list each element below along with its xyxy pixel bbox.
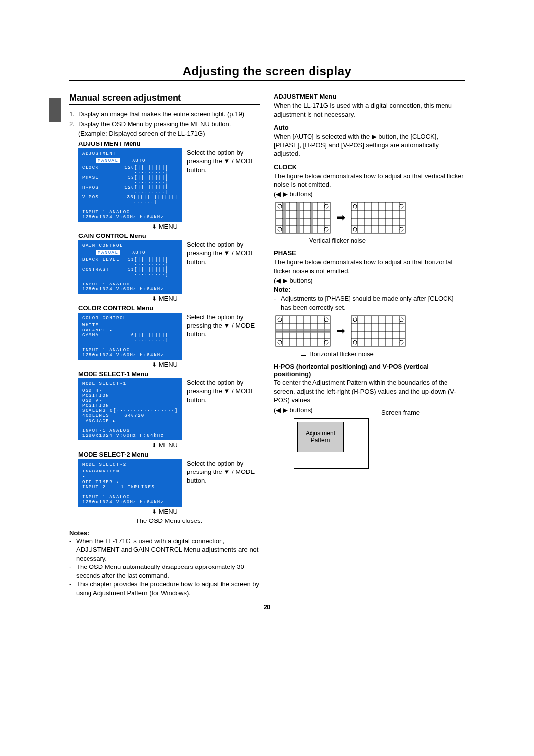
example-note: (Example: Displayed screen of the LL-171…: [78, 129, 260, 138]
osd-menu-row: MODE SELECT-2INFORMATION ▸ OFF TIMER ▸ I…: [78, 459, 260, 507]
hvpos-text: To center the Adjustment Pattern within …: [274, 378, 465, 405]
step-1: 1. Display an image that makes the entir…: [69, 110, 260, 119]
auto-text: When [AUTO] is selected with the ▶ butto…: [274, 132, 465, 158]
svg-point-31: [353, 227, 357, 231]
osd-menu-row: GAIN CONTROLMANUALAUTOBLACK LEVEL31 [|||…: [78, 240, 260, 294]
note-1: -When the LL-171G is used with a digital…: [69, 537, 260, 563]
svg-point-62: [353, 340, 357, 344]
hvpos-heading: H-POS (horizontal positioning) and V-POS…: [274, 363, 465, 378]
svg-point-46: [324, 318, 328, 322]
svg-rect-18: [351, 202, 405, 233]
svg-point-29: [353, 204, 357, 208]
arrow-down-icon: ⬇: [152, 295, 157, 302]
svg-point-60: [353, 318, 357, 322]
osd-side-instruction: Select the option by pressing the ▼ / MO…: [187, 240, 260, 267]
svg-point-15: [324, 204, 328, 208]
step-2-text: Display the OSD Menu by pressing the MEN…: [78, 120, 260, 129]
adjustment-menu-text: When the LL-171G is used with a digital …: [274, 101, 465, 119]
adjustment-pattern-box: Adjustment Pattern: [297, 422, 344, 452]
adjustment-menu-heading: ADJUSTMENT Menu: [274, 93, 465, 100]
osd-side-instruction: Select the option by pressing the ▼ / MO…: [187, 459, 260, 485]
step-2: 2. Display the OSD Menu by pressing the …: [69, 120, 260, 129]
osd-menu-row: ADJUSTMENTMANUALAUTOCLOCK128 [|||||||||·…: [78, 148, 260, 222]
menu-down-arrow: ⬇ MENU: [69, 223, 260, 230]
svg-point-48: [324, 340, 328, 344]
svg-point-32: [400, 227, 403, 231]
svg-rect-11: [283, 202, 286, 233]
page-title: Adjusting the screen display: [69, 64, 465, 81]
svg-point-63: [400, 340, 403, 344]
phase-figure: ➡: [274, 314, 465, 348]
screen-frame-label: Screen frame: [381, 409, 420, 416]
osd-screenshot: MODE SELECT-1OSD H-POSITION OSD V-POSITI…: [78, 378, 182, 440]
svg-point-16: [278, 227, 282, 231]
clock-fig-before: [274, 200, 332, 235]
auto-heading: Auto: [274, 124, 465, 131]
osd-menu-label: ADJUSTMENT Menu: [78, 140, 260, 147]
osd-menu-row: COLOR CONTROLWHITE BALANCE ▸ GAMMA0 [|||…: [78, 313, 260, 360]
arrow-down-icon: ⬇: [152, 442, 157, 449]
osd-menu-label: MODE SELECT-1 Menu: [78, 370, 260, 378]
osd-close-text: The OSD Menu closes.: [78, 517, 260, 524]
osd-screenshot: GAIN CONTROLMANUALAUTOBLACK LEVEL31 [|||…: [78, 240, 182, 294]
osd-side-instruction: Select the option by pressing the ▼ / MO…: [187, 148, 260, 175]
clock-caption: Vertical flicker noise: [301, 237, 465, 244]
arrow-down-icon: ⬇: [152, 508, 157, 515]
arrow-down-icon: ⬇: [152, 361, 157, 368]
notes-heading: Notes:: [69, 529, 260, 537]
svg-point-30: [400, 204, 403, 208]
osd-screenshot: COLOR CONTROLWHITE BALANCE ▸ GAMMA0 [|||…: [78, 313, 182, 360]
note-2: -The OSD Menu automatically disappears a…: [69, 563, 260, 580]
phase-fig-before: [274, 314, 332, 348]
osd-menu-label: MODE SELECT-2 Menu: [78, 451, 260, 458]
arrow-right-icon: ➡: [336, 211, 345, 224]
phase-heading: PHASE: [274, 249, 465, 257]
phase-buttons-label: (◀ ▶ buttons): [274, 276, 465, 285]
phase-fig-after: [349, 314, 407, 348]
svg-point-17: [324, 227, 328, 231]
osd-menu-label: GAIN CONTROL Menu: [78, 232, 260, 239]
clock-figure: ➡: [274, 200, 465, 235]
osd-menu-label: COLOR CONTROL Menu: [78, 304, 260, 312]
phase-caption: Horizontal flicker noise: [301, 350, 465, 358]
svg-rect-44: [276, 329, 330, 333]
frame-figure: Screen frame Adjustment Pattern: [274, 418, 465, 469]
svg-rect-13: [311, 202, 313, 233]
osd-menu-row: MODE SELECT-1OSD H-POSITION OSD V-POSITI…: [78, 378, 260, 440]
page-number: 20: [69, 603, 465, 611]
clock-heading: CLOCK: [274, 163, 465, 171]
svg-rect-12: [297, 202, 300, 233]
section-manual-adjustment: Manual screen adjustment: [69, 93, 260, 105]
clock-fig-after: [349, 200, 407, 235]
page-side-tab: [49, 98, 61, 122]
clock-buttons-label: (◀ ▶ buttons): [274, 190, 465, 199]
menu-down-arrow: ⬇ MENU: [69, 508, 260, 515]
clock-text: The figure below demonstrates how to adj…: [274, 172, 465, 189]
arrow-right-icon: ➡: [336, 325, 345, 337]
osd-screenshot: MODE SELECT-2INFORMATION ▸ OFF TIMER ▸ I…: [78, 459, 182, 507]
step-1-text: Display an image that makes the entire s…: [78, 110, 260, 119]
step-2-number: 2.: [69, 120, 78, 129]
phase-note: -Adjustments to [PHASE] should be made o…: [274, 294, 465, 312]
menu-down-arrow: ⬇ MENU: [69, 361, 260, 368]
osd-screenshot: ADJUSTMENTMANUALAUTOCLOCK128 [|||||||||·…: [78, 148, 182, 222]
menu-down-arrow: ⬇ MENU: [69, 295, 260, 302]
arrow-down-icon: ⬇: [152, 223, 157, 230]
osd-side-instruction: Select the option by pressing the ▼ / MO…: [187, 313, 260, 339]
svg-point-45: [278, 318, 282, 322]
svg-rect-49: [351, 316, 405, 346]
svg-point-14: [278, 204, 282, 208]
menu-down-arrow: ⬇ MENU: [69, 441, 260, 449]
svg-point-47: [278, 340, 282, 344]
svg-point-61: [400, 318, 403, 322]
osd-side-instruction: Select the option by pressing the ▼ / MO…: [187, 378, 260, 405]
phase-note-heading: Note:: [274, 286, 465, 293]
step-1-number: 1.: [69, 110, 78, 119]
note-3: -This chapter provides the procedure how…: [69, 580, 260, 597]
phase-text: The figure below demonstrates how to adj…: [274, 258, 465, 275]
